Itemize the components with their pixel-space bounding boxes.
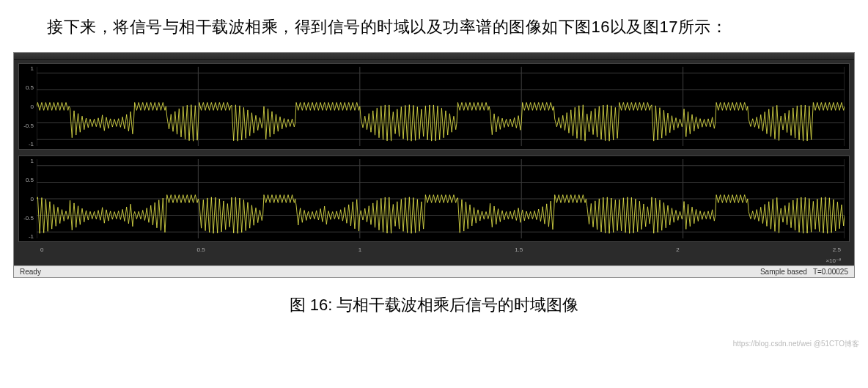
figure-caption: 图 16: 与相干载波相乘后信号的时域图像 [0,294,868,316]
scope-pane-1[interactable]: 1 0.5 0 -0.5 -1 [18,63,850,150]
paragraph-text: 接下来，将信号与相干载波相乘，得到信号的时域以及功率谱的图像如下图16以及图17… [0,0,868,45]
status-sample-based: Sample based [760,268,807,276]
x-axis-ticks: 0 0.5 1 1.5 2 2.5 [18,246,850,253]
status-ready: Ready [20,268,41,276]
y-axis-ticks-2: 1 0.5 0 -0.5 -1 [19,156,35,241]
scope-plots: 1 0.5 0 -0.5 -1 [14,60,854,266]
scope-trace-2-svg [37,159,845,238]
scope-toolbar[interactable] [14,53,854,60]
plot-area-2 [37,159,845,238]
x-axis-exponent: ×10⁻⁴ [18,257,850,264]
plot-area-1 [37,67,845,146]
scope-window: 1 0.5 0 -0.5 -1 [13,52,855,278]
status-bar: Ready Sample based T=0.00025 [14,266,854,277]
scope-trace-1-svg [37,67,845,146]
y-axis-ticks-1: 1 0.5 0 -0.5 -1 [19,64,35,149]
scope-pane-2[interactable]: 1 0.5 0 -0.5 -1 [18,155,850,242]
signal-trace-2 [37,195,845,234]
watermark: https://blog.csdn.net/wei @51CTO博客 [733,339,859,349]
signal-trace-1 [37,103,845,142]
status-time: T=0.00025 [813,268,848,276]
